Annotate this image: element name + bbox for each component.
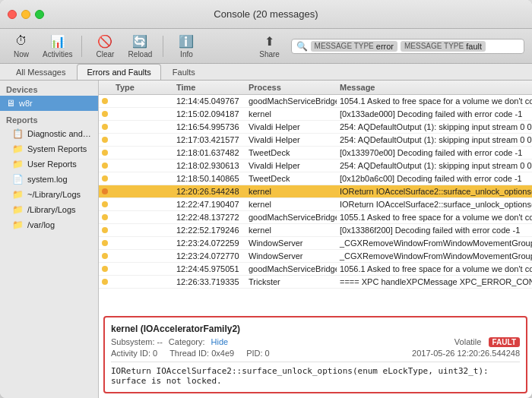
dot-orange [102,188,108,194]
sidebar: Devices 🖥 w8r Reports 📋 Diagnostic and U… [0,81,99,398]
sidebar-item-home-library-logs[interactable]: 📁 ~/Library/Logs [0,187,98,202]
table-row[interactable]: 12:18:02.930613 Vivaldi Helper 254: AQDe… [99,160,532,172]
now-button[interactable]: ⏱ Now [8,33,35,58]
filter-token-2[interactable]: MESSAGE TYPE fault [401,41,486,52]
diagnostic-icon: 📋 [12,128,24,139]
table-row[interactable]: 12:22:48.137272 goodMachServiceBridge 10… [99,211,532,224]
table-row[interactable]: 12:14:45.049767 goodMachServiceBridge 10… [99,95,532,108]
sidebar-item-var-log[interactable]: 📁 /var/log [0,217,98,232]
fault-badge: FAULT [489,337,520,347]
table-header: Type Time Process Message [99,81,532,95]
table-row[interactable]: 12:17:03.421577 Vivaldi Helper 254: AQDe… [99,134,532,147]
sidebar-item-library-logs[interactable]: 📁 /Library/Logs [0,202,98,217]
row-indicator [99,225,112,235]
table-row[interactable]: 12:18:01.637482 TweetDeck [0x133970e00] … [99,147,532,160]
table-row-highlighted[interactable]: 12:20:26.544248 kernel IOReturn IOAccelS… [99,185,532,198]
var-log-label: /var/log [27,220,55,229]
table-row[interactable]: 12:23:24.072770 WindowServer _CGXRemoveW… [99,250,532,263]
table-row[interactable]: 12:18:50.140865 TweetDeck [0x12b0a6c00] … [99,172,532,185]
th-time: Time [173,83,245,92]
table-row[interactable]: 12:23:24.072259 WindowServer _CGXRemoveW… [99,237,532,250]
user-reports-label: User Reports [27,160,77,169]
row-indicator [99,109,112,119]
sidebar-item-device-w8r[interactable]: 🖥 w8r [0,96,98,111]
row-message: IOReturn IOAccelSurface2::surface_unlock… [337,199,532,210]
search-input[interactable] [489,42,519,51]
detail-thread-id: Thread ID: 0x4e9 [169,349,234,358]
console-window: Console (20 messages) ⏱ Now 📊 Activities… [0,0,532,398]
search-area: 🔍 MESSAGE TYPE error MESSAGE TYPE fault [291,39,524,54]
row-type [112,225,173,235]
minimize-button[interactable] [21,10,30,19]
detail-hide-link[interactable]: Hide [211,337,229,346]
tab-errors-faults[interactable]: Errors and Faults [77,64,160,80]
dot-yellow [102,175,108,182]
sidebar-item-user-reports[interactable]: 📁 User Reports [0,156,98,172]
row-process: goodMachServiceBridge [245,212,337,223]
info-icon: ℹ️ [177,33,195,49]
device-label: w8r [19,99,33,108]
row-process: TweetDeck [245,173,337,184]
row-process: goodMachServiceBridge [245,96,337,106]
row-message: 254: AQDefaultOutput (1): skipping input… [337,122,532,132]
row-message: [0x13386f200] Decoding failed with error… [337,225,532,235]
dot-yellow [102,111,108,117]
diagnostic-label: Diagnostic and U... [27,129,92,138]
table-row[interactable]: 12:16:54.995736 Vivaldi Helper 254: AQDe… [99,121,532,134]
dot-yellow [102,98,108,104]
clear-label: Clear [97,50,115,58]
row-time: 12:18:50.140865 [173,173,245,184]
close-button[interactable] [8,10,17,19]
filter-token-1[interactable]: MESSAGE TYPE error [311,41,397,52]
dot-yellow [102,124,108,130]
detail-meta-row-1: Subsystem: -- Category: Hide Volatile FA… [111,337,520,346]
reload-button[interactable]: 🔄 Reload [126,33,154,58]
detail-volatile: Volatile FAULT [454,337,520,346]
filter-2-label: MESSAGE TYPE [404,42,464,50]
dot-yellow [102,266,108,272]
sidebar-item-system-log[interactable]: 📄 system.log [0,172,98,187]
dot-yellow [102,137,108,143]
detail-panel: kernel (IOAcceleratorFamily2) Subsystem:… [103,316,527,393]
toolbar: ⏱ Now 📊 Activities 🚫 Clear 🔄 Reload ℹ️ I… [0,29,532,64]
detail-title: kernel (IOAcceleratorFamily2) [111,324,520,334]
row-process: Vivaldi Helper [245,160,337,171]
row-process: WindowServer [245,251,337,261]
row-indicator [99,186,112,197]
th-message: Message [337,83,532,92]
clear-button[interactable]: 🚫 Clear [91,33,119,58]
row-type [112,199,173,210]
system-log-label: system.log [27,175,68,184]
tab-all-messages[interactable]: All Messages [6,64,75,80]
library-logs-label: /Library/Logs [27,205,76,214]
row-message: 1054.1 Asked to free space for a volume … [337,96,532,106]
row-process: kernel [245,199,337,210]
activities-button[interactable]: 📊 Activities [43,33,72,58]
row-process: WindowServer [245,238,337,248]
table-row[interactable]: 12:15:02.094187 kernel [0x133ade000] Dec… [99,108,532,121]
row-message: 254: AQDefaultOutput (1): skipping input… [337,160,532,171]
row-process: goodMachServiceBridge [245,264,337,274]
row-type [112,264,173,274]
row-type [112,251,173,261]
table-row[interactable]: 12:22:52.179246 kernel [0x13386f200] Dec… [99,224,532,237]
row-message: IOReturn IOAccelSurface2::surface_unlock… [337,186,532,197]
tab-faults[interactable]: Faults [163,64,205,80]
table-row[interactable]: 12:26:33.719335 Trickster ==== XPC handl… [99,276,532,289]
table-row[interactable]: 12:24:45.975051 goodMachServiceBridge 10… [99,263,532,276]
table-row[interactable]: 12:22:47.190407 kernel IOReturn IOAccelS… [99,198,532,211]
sidebar-item-diagnostic[interactable]: 📋 Diagnostic and U... [0,126,98,141]
row-indicator [99,199,112,210]
dot-yellow [102,279,108,285]
var-log-icon: 📁 [12,220,24,230]
maximize-button[interactable] [35,10,44,19]
row-indicator [99,238,112,248]
dot-yellow [102,150,108,156]
sidebar-item-system-reports[interactable]: 📁 System Reports [0,141,98,156]
share-label: Share [259,50,280,58]
info-button[interactable]: ℹ️ Info [173,33,200,58]
share-button[interactable]: ⬆ Share [256,33,283,58]
row-time: 12:15:02.094187 [173,109,245,119]
row-time: 12:16:54.995736 [173,122,245,132]
now-label: Now [14,50,29,58]
